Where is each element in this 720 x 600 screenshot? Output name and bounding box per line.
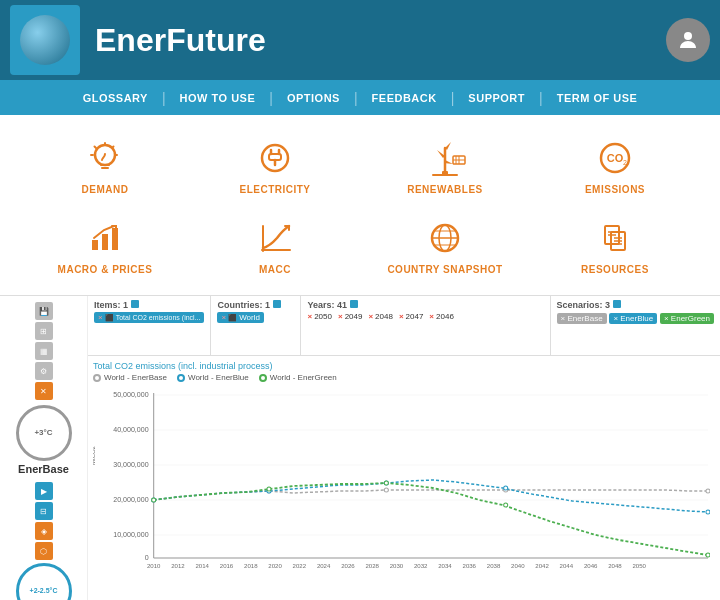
svg-text:2038: 2038 [487,563,501,569]
nav-support[interactable]: SUPPORT [454,92,539,104]
tool-save[interactable]: 💾 [35,302,53,320]
scenario-base-item: +3°C EnerBase [16,405,72,475]
scenario-blue-circle[interactable]: +2-2.5°C [16,563,72,600]
tool-blue2[interactable]: ⊟ [35,502,53,520]
legend-blue: World - EnerBlue [177,373,249,382]
tool-x[interactable]: ✕ [35,382,53,400]
header: EnerFuture [0,0,720,80]
country-x: × [221,313,226,322]
svg-text:2018: 2018 [244,563,258,569]
year-2047[interactable]: × 2047 [399,312,423,321]
nav-how-to-use[interactable]: HOW TO USE [166,92,270,104]
bulb-icon [83,136,127,180]
filters-row: Items: 1 × ⬛ Total CO2 emissions (incl..… [88,296,720,356]
tool-bar[interactable]: ▦ [35,342,53,360]
svg-text:2036: 2036 [463,563,477,569]
year-2050[interactable]: × 2050 [307,312,331,321]
svg-text:50,000,000: 50,000,000 [113,391,148,398]
items-x: × [98,313,103,322]
year-2048[interactable]: × 2048 [368,312,392,321]
chart-area: Items: 1 × ⬛ Total CO2 emissions (incl..… [88,296,720,600]
legend-base: World - EnerBase [93,373,167,382]
svg-text:2040: 2040 [511,563,525,569]
navigation: GLOSSARY | HOW TO USE | OPTIONS | FEEDBA… [0,80,720,115]
nav-options[interactable]: OPTIONS [273,92,354,104]
svg-rect-16 [112,228,118,250]
scenario-green-tag[interactable]: × EnerGreen [660,313,714,324]
wind-icon [423,136,467,180]
category-resources[interactable]: RESOURCES [530,205,700,285]
countries-tag[interactable]: × ⬛ World [217,312,263,323]
svg-point-55 [706,510,710,514]
legend-green-label: World - EnerGreen [270,373,337,382]
docs-icon [593,216,637,260]
year-2046[interactable]: × 2046 [429,312,453,321]
category-demand[interactable]: DEMAND [20,125,190,205]
svg-point-60 [706,553,710,557]
svg-text:2: 2 [623,159,627,166]
years-count: Years: 41 [307,300,543,310]
chart-plot: Total CO2 emissions (incl. industrial pr… [88,356,720,600]
svg-text:2034: 2034 [438,563,452,569]
chart-title: Total CO2 emissions (incl. industrial pr… [93,361,710,371]
user-avatar[interactable] [666,18,710,62]
countries-count: Countries: 1 [217,300,294,310]
legend-base-label: World - EnerBase [104,373,167,382]
legend-base-dot [93,374,101,382]
svg-text:2020: 2020 [268,563,282,569]
svg-text:2026: 2026 [341,563,355,569]
category-snapshot-label: COUNTRY SNAPSHOT [387,264,502,275]
svg-text:2048: 2048 [608,563,622,569]
scenario-blue-item: +2-2.5°C EnerBlue [16,563,72,600]
svg-text:2010: 2010 [147,563,161,569]
tool-table[interactable]: ⊞ [35,322,53,340]
items-count: Items: 1 [94,300,204,310]
category-emissions[interactable]: CO 2 EMISSIONS [530,125,700,205]
items-filter: Items: 1 × ⬛ Total CO2 emissions (incl..… [88,296,211,355]
items-tag[interactable]: × ⬛ Total CO2 emissions (incl... [94,312,204,323]
category-macro[interactable]: MACRO & PRICES [20,205,190,285]
category-renewables[interactable]: RENEWABLES [360,125,530,205]
logo [10,5,80,75]
scenario-blue-tag[interactable]: × EnerBlue [609,313,657,324]
svg-point-48 [384,488,388,492]
countries-filter: Countries: 1 × ⬛ World [211,296,301,355]
nav-glossary[interactable]: GLOSSARY [69,92,162,104]
svg-text:40,000,000: 40,000,000 [113,426,148,433]
co2-icon: CO 2 [593,136,637,180]
chart-svg: 50,000,000 40,000,000 30,000,000 20,000,… [93,385,710,575]
svg-text:2012: 2012 [171,563,185,569]
category-snapshot[interactable]: COUNTRY SNAPSHOT [360,205,530,285]
legend-green-dot [259,374,267,382]
globe-icon [423,216,467,260]
scenario-base-circle[interactable]: +3°C [16,405,72,461]
scenario-base-tag[interactable]: × EnerBase [557,313,607,324]
svg-point-50 [706,489,710,493]
scenario-base-label: EnerBase [18,463,69,475]
category-electricity[interactable]: ELECTRICITY [190,125,360,205]
svg-text:2032: 2032 [414,563,428,569]
svg-point-58 [384,481,388,485]
year-2049[interactable]: × 2049 [338,312,362,321]
legend-green: World - EnerGreen [259,373,337,382]
tool-blue1[interactable]: ▶ [35,482,53,500]
tool-orange1[interactable]: ◈ [35,522,53,540]
svg-point-57 [267,487,271,491]
svg-text:2030: 2030 [390,563,404,569]
svg-point-54 [504,486,508,490]
nav-feedback[interactable]: FEEDBACK [358,92,451,104]
category-demand-label: DEMAND [82,184,129,195]
scenario-sidebar: 💾 ⊞ ▦ ⚙ ✕ +3°C EnerBase ▶ ⊟ ◈ ⬡ +2-2.5°C… [0,296,88,600]
category-macc[interactable]: MACC [190,205,360,285]
nav-term-of-use[interactable]: TERM OF USE [543,92,652,104]
category-resources-label: RESOURCES [581,264,649,275]
tool-orange2[interactable]: ⬡ [35,542,53,560]
tool-settings[interactable]: ⚙ [35,362,53,380]
chart-icon [83,216,127,260]
curve-icon [253,216,297,260]
legend-blue-dot [177,374,185,382]
svg-text:2044: 2044 [560,563,574,569]
chart-legend: World - EnerBase World - EnerBlue World … [93,373,710,382]
svg-text:2014: 2014 [196,563,210,569]
scenarios-filter: Scenarios: 3 × EnerBase × EnerBlue × Ene… [551,296,720,355]
